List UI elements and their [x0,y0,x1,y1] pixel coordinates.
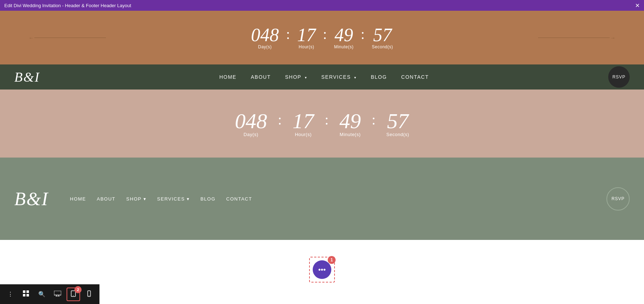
main-sep-3: : [372,111,376,128]
nav-item-contact[interactable]: CONTACT [401,74,429,80]
mobile-icon [87,290,91,298]
grid-button-wrapper [19,288,33,301]
top-seconds-number: 57 [372,26,393,44]
top-minutes-number: 49 [334,26,354,44]
floating-action-button[interactable]: ••• [313,260,331,279]
svg-rect-3 [26,294,29,296]
footer-nav-link-contact[interactable]: CONTACT [226,196,252,202]
shop-dropdown-arrow: ▾ [305,76,307,79]
nav-item-shop[interactable]: SHOP ▾ [285,74,307,80]
mobile-button-wrapper [82,288,96,301]
footer-nav-link-blog[interactable]: BLOG [200,196,215,202]
arrow-left [29,34,106,41]
svg-rect-1 [26,290,29,293]
nav-link-services[interactable]: SERVICES ▾ [321,74,356,80]
footer-nav-link-services[interactable]: SERVICES ▾ [157,196,190,202]
top-sep-1: : [286,27,290,42]
main-sep-2: : [325,111,329,128]
nav-link-about[interactable]: ABOUT [251,74,271,80]
nav-rsvp-button[interactable]: RSVP [608,66,630,88]
main-minutes-label: Minute(s) [340,132,361,137]
main-days-unit: 048 Day(s) [235,110,267,137]
main-minutes-number: 49 [340,110,361,132]
nav-bar: B&I HOME ABOUT SHOP ▾ SERVICES ▾ BLOG CO… [0,64,644,90]
top-seconds-label: Second(s) [372,44,393,49]
top-hours-number: 17 [297,26,316,44]
bottom-toolbar: ⋮ 🔍 [0,284,99,304]
top-minutes-unit: 49 Minute(s) [334,26,354,49]
floating-badge: 1 [328,256,336,264]
desktop-button[interactable] [51,288,64,301]
footer-shop-dropdown-arrow: ▾ [143,196,147,202]
footer-rsvp-button[interactable]: RSVP [606,187,630,211]
nav-item-home[interactable]: HOME [219,74,236,80]
main-seconds-unit: 57 Second(s) [386,110,409,137]
main-sep-1: : [278,111,282,128]
footer-nav-item-contact[interactable]: CONTACT [226,196,252,202]
desktop-button-wrapper [51,288,64,301]
main-hours-label: Hour(s) [293,132,314,137]
services-dropdown-arrow: ▾ [354,76,357,79]
nav-item-blog[interactable]: BLOG [371,74,387,80]
grid-button[interactable] [19,288,33,301]
toolbar-badge: 2 [74,286,82,293]
footer-nav-item-shop[interactable]: SHOP ▾ [126,196,146,202]
main-minutes-unit: 49 Minute(s) [340,110,361,137]
top-days-unit: 048 Day(s) [251,26,279,49]
arrow-right [538,34,615,41]
top-sep-3: : [361,27,365,42]
floating-button-wrapper: 1 ••• [309,257,335,283]
three-dots-icon: ••• [318,266,326,274]
title-bar-text: Edit Divi Wedding Invitation - Header & … [4,3,131,8]
footer-nav-link-about[interactable]: ABOUT [97,196,116,202]
main-hours-unit: 17 Hour(s) [293,110,314,137]
svg-point-9 [73,295,74,296]
nav-links: HOME ABOUT SHOP ▾ SERVICES ▾ BLOG CONTAC… [219,74,429,80]
svg-rect-4 [54,291,61,295]
top-hours-label: Hour(s) [297,44,316,49]
svg-point-11 [89,295,89,296]
search-button-wrapper: 🔍 [35,288,49,301]
arrow-right-line [538,38,610,38]
arrow-left-line [34,38,106,38]
nav-link-blog[interactable]: BLOG [371,74,387,80]
nav-item-about[interactable]: ABOUT [251,74,271,80]
top-countdown-display: 048 Day(s) : 17 Hour(s) : 49 Minute(s) :… [251,26,393,49]
footer-nav-link-home[interactable]: HOME [70,196,86,202]
footer-nav-item-about[interactable]: ABOUT [97,196,116,202]
nav-link-home[interactable]: HOME [219,74,236,80]
footer-nav-link-shop[interactable]: SHOP ▾ [126,196,146,202]
main-hours-number: 17 [293,110,314,132]
nav-link-shop[interactable]: SHOP ▾ [285,74,307,80]
menu-button-wrapper: ⋮ [4,288,17,301]
footer-nav-item-home[interactable]: HOME [70,196,86,202]
top-minutes-label: Minute(s) [334,44,354,49]
search-icon: 🔍 [38,291,45,298]
footer-nav-item-services[interactable]: SERVICES ▾ [157,196,190,202]
main-days-number: 048 [235,110,267,132]
footer-services-dropdown-arrow: ▾ [187,196,190,202]
footer-nav-links: HOME ABOUT SHOP ▾ SERVICES ▾ BLOG CONTAC… [70,196,606,202]
main-seconds-label: Second(s) [386,132,409,137]
menu-icon: ⋮ [8,291,13,298]
top-countdown-bar: 048 Day(s) : 17 Hour(s) : 49 Minute(s) :… [0,11,644,64]
main-countdown-display: 048 Day(s) : 17 Hour(s) : 49 Minute(s) :… [235,110,409,137]
footer-logo: B&I [14,188,49,209]
nav-link-contact[interactable]: CONTACT [401,74,429,80]
footer-nav-item-blog[interactable]: BLOG [200,196,215,202]
menu-button[interactable]: ⋮ [4,288,17,301]
footer-section: B&I HOME ABOUT SHOP ▾ SERVICES ▾ BLOG CO… [0,158,644,240]
search-button[interactable]: 🔍 [35,288,49,301]
nav-logo: B&I [14,69,40,85]
svg-rect-0 [23,290,25,293]
floating-button-container: 1 ••• [309,257,335,283]
svg-rect-2 [23,294,25,296]
arrow-left-head [29,34,34,41]
desktop-icon [54,291,61,298]
nav-item-services[interactable]: SERVICES ▾ [321,74,356,80]
mobile-button[interactable] [82,288,96,301]
top-hours-unit: 17 Hour(s) [297,26,316,49]
tablet-button-wrapper: 2 [67,288,80,301]
main-countdown-section: 048 Day(s) : 17 Hour(s) : 49 Minute(s) :… [0,90,644,158]
close-button[interactable]: ✕ [635,2,640,9]
